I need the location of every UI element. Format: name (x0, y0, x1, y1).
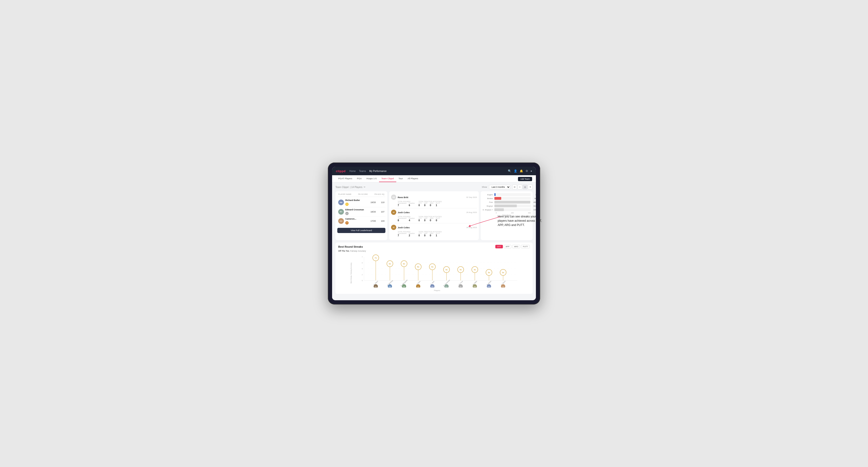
nav-home[interactable]: Home (349, 170, 356, 173)
table-view-icon[interactable]: ▼ (528, 185, 533, 189)
bar-value: 131 (533, 209, 536, 211)
subnav-team-clippd[interactable]: Team Clippd (379, 175, 396, 182)
add-team-button[interactable]: Add Team (518, 177, 532, 181)
card-view-icon[interactable]: ▤ (523, 185, 527, 189)
grid-view-icon[interactable]: ⊞ (512, 185, 517, 189)
stat-val-ott: 0 (418, 204, 422, 207)
team-header: Team Clippd | 14 Players ✏ Show Last 3 m… (335, 185, 533, 189)
bar-label: Birdies (483, 197, 494, 199)
stat-row-activities: OTT 0 APP 0 ARG (418, 232, 442, 237)
stat-arg: ARG 0 (430, 217, 433, 222)
bar-track: 96 (494, 197, 531, 200)
player-avg: 103 (377, 220, 384, 222)
stat-row-activities: OTT 0 APP 0 ARG (418, 203, 442, 207)
stat-val: 0 (424, 234, 427, 237)
svg-text:MM: MM (474, 286, 476, 287)
stat-ott: OTT 0 (418, 232, 422, 237)
player-badge: 3 (345, 221, 349, 224)
stat-arg: ARG 0 (430, 203, 433, 207)
streaks-header: Best Round Streaks OTT APP ARG PUTT (338, 245, 530, 248)
x-label-200: 200 (511, 212, 514, 214)
y-axis-wrapper: Best Streak, Fairway Accuracy (341, 254, 344, 291)
bar-track: 311 (494, 205, 531, 207)
card-player-name: Josh Coles (398, 226, 410, 229)
stat-val-app: 0 (424, 204, 427, 207)
svg-text:4x: 4x (445, 269, 448, 271)
bell-icon[interactable]: 🔔 (520, 169, 523, 173)
stat-label: Total Rounds (398, 216, 415, 217)
subnav-pgat[interactable]: PGAT Players (336, 175, 354, 182)
stat-val: 0 (430, 234, 433, 237)
team-controls: Show Last 3 months ⊞ ≡ ▤ ▼ (482, 185, 533, 189)
subnav-all-players[interactable]: All Players (405, 175, 421, 182)
stat-group-activities: Total Practice Activities OTT 0 APP (418, 231, 442, 237)
svg-text:RB: RB (431, 286, 433, 287)
bar-track: 3 (494, 193, 531, 196)
streak-arg-button[interactable]: ARG (512, 245, 520, 248)
period-select[interactable]: Last 3 months (489, 185, 510, 189)
nav-my-performance[interactable]: My Performance (369, 170, 386, 173)
table-row: RB Richard Butler 1 19/20 110 (337, 198, 385, 207)
profile-icon[interactable]: 👤 (514, 169, 517, 173)
search-icon[interactable]: 🔍 (508, 169, 512, 173)
stat-val-putt: 1 (436, 204, 440, 207)
svg-text:7: 7 (362, 256, 363, 258)
streak-putt-button[interactable]: PUTT (521, 245, 530, 248)
streak-ott-button[interactable]: OTT (495, 245, 503, 248)
nav-links: Home Teams My Performance (349, 170, 504, 173)
subnav: PGAT Players PGA Hcaps 1-5 Team Clippd T… (332, 175, 536, 182)
svg-text:5x: 5x (417, 266, 420, 268)
streaks-subtitle: Off The Tee, Fairway Accuracy (338, 250, 530, 252)
card-date: 02 Sep 2023 (466, 196, 477, 198)
player-badge: 2 (345, 212, 349, 215)
players-panel: RB Rees Britt 02 Sep 2023 Total Rounds T… (389, 191, 479, 240)
stat-row: Tournament 7 Practice 2 (398, 232, 415, 237)
avatar-icon[interactable]: ● (530, 169, 532, 173)
stat-value-practice: 6 (409, 204, 415, 207)
subnav-pga[interactable]: PGA (354, 175, 364, 182)
avatar: RB (391, 195, 396, 200)
player-avg: 110 (377, 201, 384, 204)
svg-text:DF: DF (460, 286, 462, 287)
card-date: 26 Aug 2023 (466, 226, 477, 228)
bar-label: Eagles (483, 194, 494, 196)
bar-row-dbogeys: D. Bogeys + 131 (483, 208, 531, 211)
stat-group-rounds: Total Rounds Tournament 7 Practice (398, 201, 415, 207)
svg-text:4x: 4x (460, 269, 462, 271)
player-card: RB Rees Britt 02 Sep 2023 Total Rounds T… (391, 193, 477, 208)
bar-fill (494, 197, 501, 200)
show-label: Show (482, 186, 487, 188)
svg-text:3x: 3x (488, 272, 490, 274)
team-name: Team Clippd (335, 186, 349, 188)
svg-text:CQ: CQ (502, 286, 504, 287)
subnav-hcaps[interactable]: Hcaps 1-5 (364, 175, 379, 182)
table-header: PLAYER NAME PB SCORE PB AVG SQ (337, 193, 385, 197)
nav-teams[interactable]: Teams (359, 170, 366, 173)
stat-ott: OTT 0 (418, 203, 422, 207)
svg-text:JC: JC (417, 286, 419, 287)
team-title: Team Clippd | 14 Players ✏ (335, 186, 366, 188)
player-info: Richard Butler 1 (345, 199, 369, 206)
view-leaderboard-button[interactable]: View Full Leaderboard (337, 228, 385, 233)
stat-val: 0 (418, 234, 422, 237)
bubble-chart-svg: 7 6 4 2 0 7x E. Ebert (344, 254, 530, 287)
stat-group-activities: Total Practice Activities OTT 0 APP (418, 216, 442, 222)
stat-val: 0 (418, 219, 422, 222)
streak-app-button[interactable]: APP (504, 245, 512, 248)
team-player-count: | 14 Players (350, 186, 363, 188)
stat-value: 2 (409, 234, 415, 237)
card-stats: Total Rounds Tournament 7 Practice (391, 231, 477, 237)
stat-row-activities: OTT 0 APP 0 ARG (418, 217, 442, 222)
list-view-icon[interactable]: ≡ (518, 185, 522, 189)
bar-row-bogeys: Bogeys 311 (483, 205, 531, 207)
bar-value: 3 (535, 194, 536, 196)
stat-putt: PUTT 1 (436, 232, 440, 237)
main-content: Team Clippd | 14 Players ✏ Show Last 3 m… (332, 182, 536, 300)
stat-putt: PUTT 1 (436, 203, 440, 207)
stat-value: 8 (398, 219, 406, 222)
subnav-tour[interactable]: Tour (396, 175, 405, 182)
settings-icon[interactable]: ⚙ (526, 169, 528, 173)
stat-app: APP 0 (424, 232, 427, 237)
stat-value-tournament: 7 (398, 204, 406, 207)
edit-icon[interactable]: ✏ (364, 186, 366, 188)
